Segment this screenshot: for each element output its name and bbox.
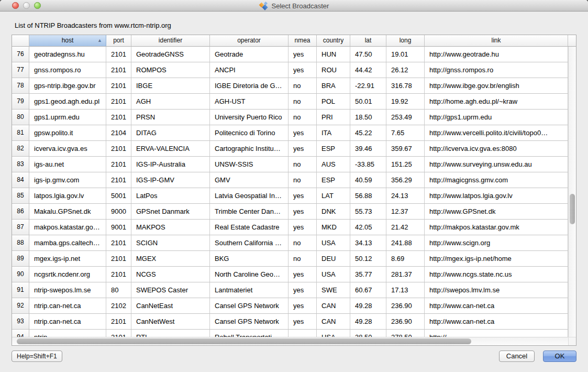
cell-port[interactable]: 2101 [106, 94, 131, 110]
cell-nmea[interactable]: no [289, 157, 317, 172]
row-number-cell[interactable]: 87 [12, 220, 29, 235]
cell-identifier[interactable]: CanNetWest [131, 314, 210, 330]
cell-port[interactable]: 2101 [106, 314, 131, 330]
cell-long[interactable]: 236.90 [386, 298, 425, 314]
vertical-scrollbar[interactable] [568, 47, 576, 338]
cell-host[interactable]: gps-ntrip.ibge.gov.br [29, 78, 106, 94]
cell-lat[interactable]: 39.46 [350, 141, 386, 157]
cell-host[interactable]: Makalu.GPSnet.dk [29, 204, 106, 220]
cell-lat[interactable]: 35.77 [350, 267, 386, 282]
cell-port[interactable]: 2101 [106, 141, 131, 157]
cancel-button[interactable]: Cancel [499, 351, 535, 362]
table-row[interactable]: 82icverva.icv.gva.es2101ERVA-VALENCIACar… [12, 141, 568, 157]
row-number-cell[interactable]: 90 [12, 267, 29, 282]
cell-long[interactable]: 21.42 [386, 220, 425, 235]
cell-country[interactable]: HUN [317, 47, 350, 62]
cell-host[interactable]: igs-ip.gmv.com [29, 172, 106, 188]
cell-country[interactable]: ESP [317, 141, 350, 157]
cell-lat[interactable]: 60.67 [350, 282, 386, 298]
cell-operator[interactable]: AGH-UST [210, 94, 289, 110]
cell-nmea[interactable]: no [289, 94, 317, 110]
cell-long[interactable]: 253.49 [386, 110, 425, 125]
table-row[interactable]: 92ntrip.can-net.ca2102CanNetEastCansel G… [12, 298, 568, 314]
cell-long[interactable]: 26.12 [386, 62, 425, 78]
cell-long[interactable]: 356.29 [386, 172, 425, 188]
cell-operator[interactable]: Cartographic Institu… [210, 141, 289, 157]
cell-country[interactable]: LAT [317, 188, 350, 204]
cell-link[interactable]: http://www.vercelli.polito.it/civili/top… [425, 125, 568, 141]
cell-port[interactable]: 80 [106, 282, 131, 298]
cell-nmea[interactable]: yes [289, 188, 317, 204]
cell-country[interactable]: SWE [317, 282, 350, 298]
column-header-operator[interactable]: operator [210, 35, 289, 47]
cell-nmea[interactable]: no [289, 78, 317, 94]
cell-port[interactable]: 2102 [106, 298, 131, 314]
cell-lat[interactable]: -22.91 [350, 78, 386, 94]
vertical-scrollbar-thumb[interactable] [570, 194, 575, 224]
cell-link[interactable]: http://home.agh.edu.pl/~kraw [425, 94, 568, 110]
cell-host[interactable]: ntrip-swepos.lm.se [29, 282, 106, 298]
horizontal-scrollbar-thumb[interactable] [17, 338, 471, 344]
row-number-cell[interactable]: 92 [12, 298, 29, 314]
row-number-cell[interactable]: 91 [12, 282, 29, 298]
cell-operator[interactable]: University Puerto Rico [210, 110, 289, 125]
cell-nmea[interactable]: yes [289, 204, 317, 220]
cell-link[interactable]: http://icverva.icv.gva.es:8080 [425, 141, 568, 157]
cell-nmea[interactable]: yes [289, 125, 317, 141]
cell-nmea[interactable]: no [289, 172, 317, 188]
cell-link[interactable]: http://gnss.rompos.ro [425, 62, 568, 78]
cell-port[interactable]: 2101 [106, 110, 131, 125]
cell-host[interactable]: latpos.lgia.gov.lv [29, 188, 106, 204]
cell-lat[interactable]: 47.50 [350, 47, 386, 62]
cell-identifier[interactable]: GPSnet Danmark [131, 204, 210, 220]
cell-nmea[interactable]: yes [289, 220, 317, 235]
cell-port[interactable]: 2101 [106, 251, 131, 267]
cell-lat[interactable]: 55.73 [350, 204, 386, 220]
cell-nmea[interactable]: yes [289, 314, 317, 330]
cell-nmea[interactable]: yes [289, 62, 317, 78]
row-number-cell[interactable]: 78 [12, 78, 29, 94]
cell-port[interactable]: 2101 [106, 157, 131, 172]
cell-port[interactable]: 2101 [106, 62, 131, 78]
cell-lat[interactable]: 49.28 [350, 314, 386, 330]
table-row[interactable]: 89mgex.igs-ip.net2101MGEXBKGnoDEU50.128.… [12, 251, 568, 267]
cell-nmea[interactable]: no [289, 110, 317, 125]
cell-identifier[interactable]: ERVA-VALENCIA [131, 141, 210, 157]
table-row[interactable]: 76geotradegnss.hu2101GeotradeGNSSGeotrad… [12, 47, 568, 62]
row-number-cell[interactable]: 84 [12, 172, 29, 188]
row-number-cell[interactable]: 76 [12, 47, 29, 62]
table-row[interactable]: 78gps-ntrip.ibge.gov.br2101IBGEIGBE Dire… [12, 78, 568, 94]
cell-link[interactable]: http://www.ncgs.state.nc.us [425, 267, 568, 282]
ok-button[interactable]: OK [543, 351, 576, 362]
cell-country[interactable]: BRA [317, 78, 350, 94]
column-header-country[interactable]: country [317, 35, 350, 47]
cell-identifier[interactable]: LatPos [131, 188, 210, 204]
cell-nmea[interactable]: no [289, 235, 317, 251]
cell-link[interactable]: http://swepos.lmv.lm.se [425, 282, 568, 298]
cell-port[interactable]: 2101 [106, 235, 131, 251]
cell-link[interactable]: http://www.scign.org [425, 235, 568, 251]
row-number-cell[interactable]: 82 [12, 141, 29, 157]
table-row[interactable]: 85latpos.lgia.gov.lv5001LatPosLatvia Geo… [12, 188, 568, 204]
row-number-cell[interactable]: 89 [12, 251, 29, 267]
cell-operator[interactable]: Cansel GPS Network [210, 298, 289, 314]
cell-identifier[interactable]: SWEPOS Caster [131, 282, 210, 298]
cell-long[interactable]: 24.13 [386, 188, 425, 204]
cell-host[interactable]: mgex.igs-ip.net [29, 251, 106, 267]
cell-host[interactable]: gps1.geod.agh.edu.pl [29, 94, 106, 110]
cell-country[interactable]: DEU [317, 251, 350, 267]
cell-operator[interactable]: ANCPI [210, 62, 289, 78]
cell-operator[interactable]: North Caroline Geo… [210, 267, 289, 282]
column-header-lat[interactable]: lat [350, 35, 386, 47]
table-row[interactable]: 90ncgsrtk.ncdenr.org2101NCGSNorth Caroli… [12, 267, 568, 282]
cell-link[interactable]: http://www.surveying.unsw.edu.au [425, 157, 568, 172]
cell-port[interactable]: 2104 [106, 125, 131, 141]
cell-country[interactable]: USA [317, 235, 350, 251]
cell-host[interactable]: gnss.rompos.ro [29, 62, 106, 78]
cell-lat[interactable]: 40.59 [350, 172, 386, 188]
row-number-cell[interactable]: 77 [12, 62, 29, 78]
cell-country[interactable]: ITA [317, 125, 350, 141]
cell-host[interactable]: gps1.uprm.edu [29, 110, 106, 125]
cell-identifier[interactable]: NCGS [131, 267, 210, 282]
cell-link[interactable]: http://www.geotrade.hu [425, 47, 568, 62]
